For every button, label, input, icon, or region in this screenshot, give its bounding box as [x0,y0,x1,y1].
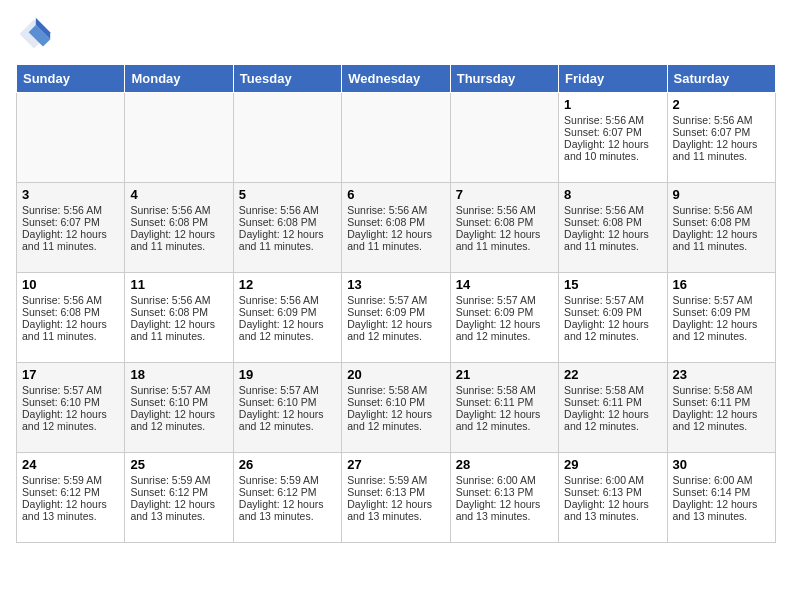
day-info: and 13 minutes. [22,510,119,522]
day-info: and 11 minutes. [673,150,770,162]
day-of-week-header: Wednesday [342,65,450,93]
day-number: 23 [673,367,770,382]
day-number: 27 [347,457,444,472]
day-number: 6 [347,187,444,202]
calendar-cell: 22Sunrise: 5:58 AMSunset: 6:11 PMDayligh… [559,363,667,453]
day-info: Daylight: 12 hours [673,408,770,420]
day-of-week-header: Friday [559,65,667,93]
day-number: 20 [347,367,444,382]
day-info: and 11 minutes. [130,240,227,252]
day-number: 10 [22,277,119,292]
day-info: Sunset: 6:09 PM [564,306,661,318]
day-info: Daylight: 12 hours [347,498,444,510]
day-info: Sunset: 6:13 PM [564,486,661,498]
day-number: 21 [456,367,553,382]
day-info: Daylight: 12 hours [564,138,661,150]
day-info: Daylight: 12 hours [239,228,336,240]
day-info: Daylight: 12 hours [456,318,553,330]
day-info: and 11 minutes. [239,240,336,252]
calendar-cell [342,93,450,183]
day-info: Sunset: 6:11 PM [456,396,553,408]
day-info: and 13 minutes. [456,510,553,522]
day-number: 29 [564,457,661,472]
day-info: Daylight: 12 hours [130,498,227,510]
calendar-week-row: 10Sunrise: 5:56 AMSunset: 6:08 PMDayligh… [17,273,776,363]
calendar-cell: 30Sunrise: 6:00 AMSunset: 6:14 PMDayligh… [667,453,775,543]
day-number: 30 [673,457,770,472]
day-info: and 13 minutes. [564,510,661,522]
day-info: Sunrise: 5:56 AM [347,204,444,216]
day-info: and 13 minutes. [130,510,227,522]
calendar-cell: 11Sunrise: 5:56 AMSunset: 6:08 PMDayligh… [125,273,233,363]
day-info: and 12 minutes. [347,330,444,342]
day-number: 5 [239,187,336,202]
day-info: and 12 minutes. [564,420,661,432]
calendar-week-row: 17Sunrise: 5:57 AMSunset: 6:10 PMDayligh… [17,363,776,453]
day-info: Daylight: 12 hours [673,228,770,240]
day-info: Daylight: 12 hours [22,408,119,420]
day-info: Sunset: 6:07 PM [22,216,119,228]
day-info: Sunrise: 5:56 AM [673,204,770,216]
day-info: Daylight: 12 hours [130,408,227,420]
calendar-cell: 16Sunrise: 5:57 AMSunset: 6:09 PMDayligh… [667,273,775,363]
day-info: Sunset: 6:09 PM [673,306,770,318]
day-number: 26 [239,457,336,472]
calendar-cell: 5Sunrise: 5:56 AMSunset: 6:08 PMDaylight… [233,183,341,273]
day-info: Sunrise: 5:56 AM [130,204,227,216]
day-info: Daylight: 12 hours [456,228,553,240]
calendar-cell [450,93,558,183]
day-info: Daylight: 12 hours [347,228,444,240]
day-info: Sunset: 6:08 PM [347,216,444,228]
calendar-cell: 7Sunrise: 5:56 AMSunset: 6:08 PMDaylight… [450,183,558,273]
calendar-week-row: 1Sunrise: 5:56 AMSunset: 6:07 PMDaylight… [17,93,776,183]
day-info: Sunset: 6:12 PM [239,486,336,498]
day-info: Sunrise: 5:56 AM [673,114,770,126]
day-info: Sunset: 6:09 PM [239,306,336,318]
day-number: 14 [456,277,553,292]
day-info: Sunset: 6:08 PM [456,216,553,228]
day-info: Sunset: 6:12 PM [130,486,227,498]
day-info: Daylight: 12 hours [22,498,119,510]
day-info: and 12 minutes. [564,330,661,342]
calendar-cell: 2Sunrise: 5:56 AMSunset: 6:07 PMDaylight… [667,93,775,183]
day-number: 11 [130,277,227,292]
day-info: and 12 minutes. [673,420,770,432]
day-info: Daylight: 12 hours [239,318,336,330]
day-number: 18 [130,367,227,382]
day-number: 22 [564,367,661,382]
calendar-cell: 1Sunrise: 5:56 AMSunset: 6:07 PMDaylight… [559,93,667,183]
day-info: Daylight: 12 hours [673,138,770,150]
day-info: Sunset: 6:10 PM [347,396,444,408]
calendar-cell: 23Sunrise: 5:58 AMSunset: 6:11 PMDayligh… [667,363,775,453]
day-info: and 12 minutes. [22,420,119,432]
day-info: Sunrise: 5:59 AM [22,474,119,486]
day-info: Daylight: 12 hours [22,228,119,240]
calendar-cell: 25Sunrise: 5:59 AMSunset: 6:12 PMDayligh… [125,453,233,543]
day-info: Sunset: 6:10 PM [22,396,119,408]
day-info: and 11 minutes. [22,330,119,342]
day-info: Sunrise: 6:00 AM [456,474,553,486]
day-info: and 13 minutes. [347,510,444,522]
day-number: 25 [130,457,227,472]
day-info: and 10 minutes. [564,150,661,162]
calendar-cell: 4Sunrise: 5:56 AMSunset: 6:08 PMDaylight… [125,183,233,273]
calendar-cell: 10Sunrise: 5:56 AMSunset: 6:08 PMDayligh… [17,273,125,363]
day-number: 17 [22,367,119,382]
day-info: Sunset: 6:14 PM [673,486,770,498]
day-info: Sunset: 6:10 PM [239,396,336,408]
day-info: and 11 minutes. [564,240,661,252]
page-header [16,16,776,52]
day-number: 15 [564,277,661,292]
day-info: Sunrise: 5:57 AM [564,294,661,306]
day-info: and 11 minutes. [456,240,553,252]
day-info: Daylight: 12 hours [239,498,336,510]
day-info: Sunrise: 5:56 AM [564,204,661,216]
day-number: 8 [564,187,661,202]
logo-icon [16,16,52,52]
calendar-cell: 26Sunrise: 5:59 AMSunset: 6:12 PMDayligh… [233,453,341,543]
day-of-week-header: Monday [125,65,233,93]
day-info: and 13 minutes. [239,510,336,522]
calendar-cell: 20Sunrise: 5:58 AMSunset: 6:10 PMDayligh… [342,363,450,453]
day-info: Sunset: 6:08 PM [130,306,227,318]
day-info: and 12 minutes. [456,330,553,342]
